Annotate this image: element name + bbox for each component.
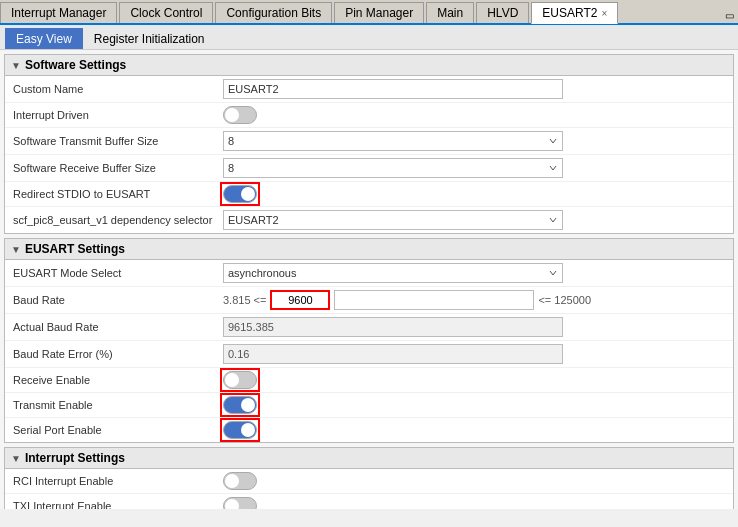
txi-interrupt-toggle[interactable] <box>223 497 257 509</box>
rci-interrupt-label: RCI Interrupt Enable <box>13 475 223 487</box>
redirect-stdio-toggle-wrapper <box>223 185 257 203</box>
transmit-enable-toggle-wrapper <box>223 396 257 414</box>
actual-baud-rate-label: Actual Baud Rate <box>13 321 223 333</box>
sub-tab-register-init[interactable]: Register Initialization <box>83 28 216 49</box>
minimize-icon[interactable]: ▭ <box>721 8 738 23</box>
tab-close-icon[interactable]: × <box>601 8 607 19</box>
sw-tx-buffer-label: Software Transmit Buffer Size <box>13 135 223 147</box>
interrupt-driven-label: Interrupt Driven <box>13 109 223 121</box>
serial-port-enable-row: Serial Port Enable <box>5 418 733 442</box>
actual-baud-rate-input <box>223 317 563 337</box>
sw-tx-buffer-row: Software Transmit Buffer Size 8163264 <box>5 128 733 155</box>
interrupt-driven-toggle[interactable] <box>223 106 257 124</box>
mode-select-select[interactable]: asynchronoussynchronous <box>223 263 563 283</box>
baud-rate-control: 3.815 <= <= 125000 <box>223 290 725 310</box>
sw-rx-buffer-select[interactable]: 8163264 <box>223 158 563 178</box>
eusart-settings-arrow: ▼ <box>11 244 21 255</box>
txi-interrupt-toggle-wrapper <box>223 497 257 509</box>
redirect-stdio-row: Redirect STDIO to EUSART <box>5 182 733 207</box>
baud-rate-row: Baud Rate 3.815 <= <= 125000 <box>5 287 733 314</box>
baud-rate-group: 3.815 <= <= 125000 <box>223 290 591 310</box>
receive-enable-toggle[interactable] <box>223 371 257 389</box>
interrupt-settings-header[interactable]: ▼ Interrupt Settings <box>5 448 733 469</box>
dependency-selector-row: scf_pic8_eusart_v1 dependency selector E… <box>5 207 733 233</box>
tab-interrupt-manager[interactable]: Interrupt Manager <box>0 2 117 23</box>
mode-select-label: EUSART Mode Select <box>13 267 223 279</box>
serial-port-enable-label: Serial Port Enable <box>13 424 223 436</box>
sw-tx-buffer-select[interactable]: 8163264 <box>223 131 563 151</box>
rci-interrupt-control <box>223 472 725 490</box>
baud-rate-input[interactable] <box>270 290 330 310</box>
txi-interrupt-row: TXI Interrupt Enable <box>5 494 733 509</box>
custom-name-label: Custom Name <box>13 83 223 95</box>
interrupt-driven-control <box>223 106 725 124</box>
dependency-selector-select[interactable]: EUSART2 <box>223 210 563 230</box>
dependency-selector-label: scf_pic8_eusart_v1 dependency selector <box>13 214 223 226</box>
interrupt-driven-toggle-wrapper <box>223 106 257 124</box>
tab-main[interactable]: Main <box>426 2 474 23</box>
interrupt-driven-row: Interrupt Driven <box>5 103 733 128</box>
actual-baud-rate-control <box>223 317 725 337</box>
baud-rate-label: Baud Rate <box>13 294 223 306</box>
sub-tab-bar: Easy View Register Initialization <box>0 25 738 50</box>
txi-interrupt-control <box>223 497 725 509</box>
redirect-stdio-control <box>223 185 725 203</box>
tab-hlvd[interactable]: HLVD <box>476 2 529 23</box>
txi-interrupt-label: TXI Interrupt Enable <box>13 500 223 509</box>
baud-rate-error-control <box>223 344 725 364</box>
baud-max-label: <= 125000 <box>538 294 591 306</box>
rci-interrupt-toggle-wrapper <box>223 472 257 490</box>
tab-eusart2[interactable]: EUSART2 × <box>531 2 618 24</box>
baud-rate-error-input <box>223 344 563 364</box>
custom-name-input[interactable] <box>223 79 563 99</box>
sw-rx-buffer-row: Software Receive Buffer Size 8163264 <box>5 155 733 182</box>
interrupt-settings-section: ▼ Interrupt Settings RCI Interrupt Enabl… <box>4 447 734 509</box>
receive-enable-row: Receive Enable <box>5 368 733 393</box>
tab-configuration-bits[interactable]: Configuration Bits <box>215 2 332 23</box>
software-settings-section: ▼ Software Settings Custom Name Interrup… <box>4 54 734 234</box>
sw-rx-buffer-control: 8163264 <box>223 158 725 178</box>
receive-enable-label: Receive Enable <box>13 374 223 386</box>
sw-tx-buffer-control: 8163264 <box>223 131 725 151</box>
dependency-selector-control: EUSART2 <box>223 210 725 230</box>
eusart-settings-section: ▼ EUSART Settings EUSART Mode Select asy… <box>4 238 734 443</box>
sw-rx-buffer-label: Software Receive Buffer Size <box>13 162 223 174</box>
redirect-stdio-toggle[interactable] <box>223 185 257 203</box>
tab-bar: Interrupt Manager Clock Control Configur… <box>0 0 738 25</box>
custom-name-control <box>223 79 725 99</box>
tab-pin-manager[interactable]: Pin Manager <box>334 2 424 23</box>
actual-baud-rate-row: Actual Baud Rate <box>5 314 733 341</box>
transmit-enable-label: Transmit Enable <box>13 399 223 411</box>
receive-enable-control <box>223 371 725 389</box>
interrupt-settings-arrow: ▼ <box>11 453 21 464</box>
transmit-enable-toggle[interactable] <box>223 396 257 414</box>
mode-select-control: asynchronoussynchronous <box>223 263 725 283</box>
software-settings-header[interactable]: ▼ Software Settings <box>5 55 733 76</box>
mode-select-row: EUSART Mode Select asynchronoussynchrono… <box>5 260 733 287</box>
content-area: ▼ Software Settings Custom Name Interrup… <box>0 50 738 509</box>
software-settings-arrow: ▼ <box>11 60 21 71</box>
sub-tab-easy-view[interactable]: Easy View <box>5 28 83 49</box>
custom-name-row: Custom Name <box>5 76 733 103</box>
serial-port-enable-toggle-wrapper <box>223 421 257 439</box>
redirect-stdio-label: Redirect STDIO to EUSART <box>13 188 223 200</box>
rci-interrupt-row: RCI Interrupt Enable <box>5 469 733 494</box>
serial-port-enable-toggle[interactable] <box>223 421 257 439</box>
rci-interrupt-toggle[interactable] <box>223 472 257 490</box>
transmit-enable-control <box>223 396 725 414</box>
tab-clock-control[interactable]: Clock Control <box>119 2 213 23</box>
baud-rate-error-label: Baud Rate Error (%) <box>13 348 223 360</box>
baud-rate-wide-input[interactable] <box>334 290 534 310</box>
receive-enable-toggle-wrapper <box>223 371 257 389</box>
baud-min-label: 3.815 <= <box>223 294 266 306</box>
serial-port-enable-control <box>223 421 725 439</box>
transmit-enable-row: Transmit Enable <box>5 393 733 418</box>
baud-rate-error-row: Baud Rate Error (%) <box>5 341 733 368</box>
eusart-settings-header[interactable]: ▼ EUSART Settings <box>5 239 733 260</box>
